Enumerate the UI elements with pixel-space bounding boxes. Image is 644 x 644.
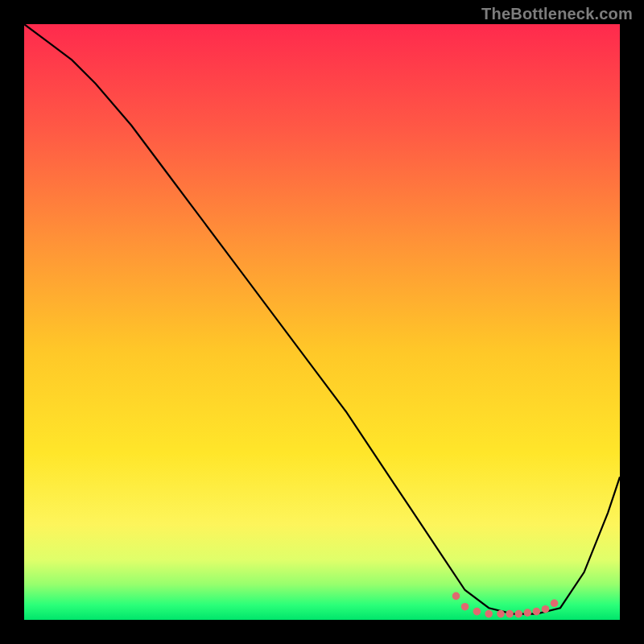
valley-dot — [551, 600, 559, 608]
valley-dot — [506, 610, 514, 618]
watermark-label: TheBottleneck.com — [481, 5, 633, 23]
valley-dot — [524, 609, 532, 617]
valley-dot — [497, 610, 505, 618]
valley-dot — [452, 592, 460, 601]
plot-background-gradient — [24, 24, 620, 620]
chart-svg — [0, 0, 644, 644]
chart-container: TheBottleneck.com — [0, 0, 644, 644]
valley-dot — [473, 608, 481, 616]
valley-dot — [514, 610, 522, 618]
valley-dot — [542, 605, 550, 613]
valley-dot — [461, 603, 469, 611]
valley-dot — [533, 608, 541, 616]
valley-dot — [485, 610, 493, 618]
